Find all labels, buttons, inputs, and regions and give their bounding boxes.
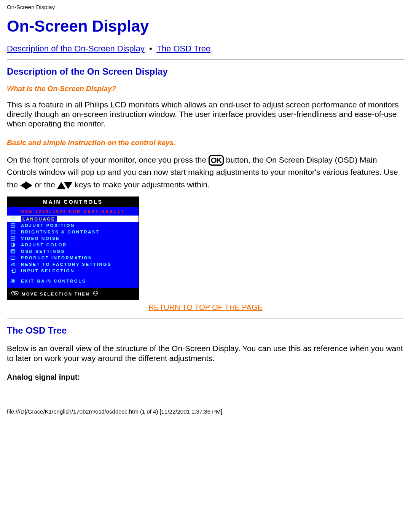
osd-item-input-selection[interactable]: INPUT SELECTION <box>7 267 139 274</box>
return-to-top-link[interactable]: RETURN TO TOP OF THE PAGE <box>148 303 263 312</box>
osd-main-controls-panel: MAIN CONTROLS USE 1280x1024 FOR BEST RES… <box>7 197 139 300</box>
up-down-arrows-icon <box>57 179 72 192</box>
osd-item-product-info[interactable]: i PRODUCT INFORMATION <box>7 254 139 261</box>
osd-item-label: EXIT MAIN CONTROLS <box>21 279 86 283</box>
brightness-icon <box>10 229 16 235</box>
page-title: On-Screen Display <box>7 17 404 35</box>
osd-item-video-noise[interactable]: VIDEO NOISE <box>7 235 139 241</box>
subheading-basic-instruction: Basic and simple instruction on the cont… <box>7 139 404 147</box>
left-right-arrows-icon <box>20 179 32 192</box>
osd-item-label: LANGUAGE <box>21 216 57 222</box>
svg-text:i: i <box>13 256 13 259</box>
para-osd-tree: Below is an overall view of the structur… <box>7 343 404 363</box>
globe-icon <box>10 216 16 222</box>
osd-resolution-warning: USE 1280x1024 FOR BEST RESULT <box>7 207 139 216</box>
osd-item-label: ADJUST COLOR <box>21 243 67 247</box>
osd-item-adjust-color[interactable]: ADJUST COLOR <box>7 241 139 248</box>
osd-item-label: OSD SETTINGS <box>21 249 65 254</box>
svg-line-14 <box>14 230 15 231</box>
subheading-what-is-osd: What is the On-Screen Display? <box>7 85 404 93</box>
osd-item-reset-factory[interactable]: RESET TO FACTORY SETTINGS <box>7 261 139 267</box>
osd-item-label: ADJUST POSITION <box>21 223 75 228</box>
para-instruction: On the front controls of your monitor, o… <box>7 154 404 192</box>
subheading-analog-input: Analog signal input: <box>7 373 404 382</box>
link-description[interactable]: Description of the On-Screen Display <box>7 44 145 53</box>
section-heading-osd-tree: The OSD Tree <box>7 325 404 336</box>
osd-title: MAIN CONTROLS <box>7 197 139 207</box>
color-icon <box>10 242 16 248</box>
grid-icon <box>10 236 16 241</box>
svg-point-6 <box>12 231 14 233</box>
osd-item-osd-settings[interactable]: OSD SETTINGS <box>7 248 139 254</box>
return-to-top-wrap: RETURN TO TOP OF THE PAGE <box>7 303 404 312</box>
divider <box>7 59 404 59</box>
ok-icon: OK <box>209 155 224 166</box>
section-heading-description: Description of the On Screen Display <box>7 66 404 77</box>
page-header-label: On-Screen Display <box>7 4 404 10</box>
osd-item-label: RESET TO FACTORY SETTINGS <box>21 262 112 267</box>
osd-item-brightness-contrast[interactable]: BRIGHTNESS & CONTRAST <box>7 228 139 235</box>
page-footer-path: file:///D|/Grace/K1/english/170b2m/osd/o… <box>0 393 411 419</box>
svg-line-13 <box>11 233 12 234</box>
osd-item-language[interactable]: LANGUAGE <box>7 216 139 222</box>
osd-footer-text: MOVE SELECTION THEN <box>22 292 90 296</box>
factory-icon <box>10 262 16 267</box>
svg-line-11 <box>11 230 12 231</box>
exit-icon <box>10 278 16 284</box>
text-fragment: On the front controls of your monitor, o… <box>7 155 209 164</box>
osd-item-exit[interactable]: EXIT MAIN CONTROLS <box>7 278 139 284</box>
osd-item-label: BRIGHTNESS & CONTRAST <box>21 230 99 234</box>
osd-item-label: VIDEO NOISE <box>21 236 60 241</box>
osd-item-adjust-position[interactable]: ADJUST POSITION <box>7 222 139 228</box>
svg-line-12 <box>14 233 15 234</box>
window-icon <box>10 249 16 254</box>
breadcrumb: Description of the On-Screen Display • T… <box>7 44 404 54</box>
osd-footer: MOVE SELECTION THEN OK <box>7 288 139 300</box>
ok-circle-icon: OK <box>93 291 98 297</box>
input-icon <box>10 268 16 273</box>
divider <box>7 318 404 318</box>
osd-item-label: INPUT SELECTION <box>21 268 75 273</box>
svg-rect-20 <box>12 250 14 252</box>
text-fragment: keys to make your adjustments within. <box>75 180 210 189</box>
nav-separator: • <box>147 44 155 53</box>
link-osd-tree[interactable]: The OSD Tree <box>156 44 210 53</box>
svg-text:OK: OK <box>93 292 98 295</box>
info-icon: i <box>10 255 16 260</box>
osd-item-label: PRODUCT INFORMATION <box>21 256 92 260</box>
text-fragment: or the <box>35 180 57 189</box>
position-icon <box>10 223 16 228</box>
para-what-is-osd: This is a feature in all Philips LCD mon… <box>7 100 404 129</box>
updown-icon <box>11 291 19 297</box>
